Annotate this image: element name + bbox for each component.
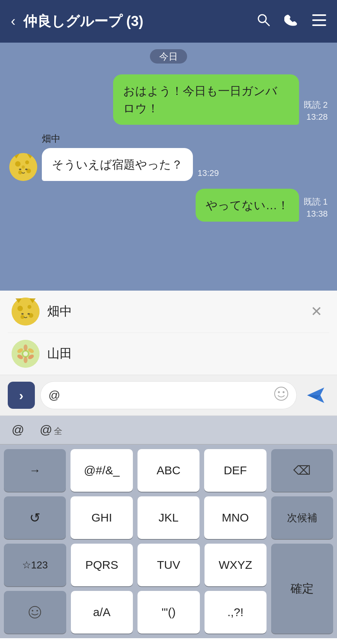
table-row: 既読 113:38 やってない…！	[9, 189, 328, 222]
svg-point-17	[28, 305, 31, 309]
key-arrow[interactable]: →	[4, 449, 66, 492]
svg-point-10	[22, 165, 25, 169]
user-name: 山田	[47, 345, 72, 362]
svg-point-40	[36, 610, 38, 611]
key-pqrs[interactable]: PQRS	[71, 544, 133, 586]
svg-point-6	[15, 161, 21, 167]
message-meta: 13:29	[198, 167, 219, 179]
expand-button[interactable]: ›	[8, 382, 35, 409]
message-bubble: やってない…！	[196, 189, 299, 222]
header-icons	[256, 13, 326, 30]
svg-point-35	[283, 391, 285, 393]
keyboard-suggestions: @ @ 全	[0, 416, 337, 444]
svg-point-23	[28, 313, 30, 315]
search-icon[interactable]	[256, 13, 270, 30]
key-next-candidate[interactable]: 次候補	[271, 496, 333, 539]
key-wxyz[interactable]: WXYZ	[205, 544, 267, 586]
key-period[interactable]: .,?!	[205, 591, 267, 634]
input-row: ›	[0, 375, 337, 416]
svg-point-19	[21, 315, 24, 319]
message-bubble: そういえば宿題やった？	[42, 148, 193, 181]
key-jkl[interactable]: JKL	[138, 496, 199, 539]
svg-point-14	[25, 169, 28, 170]
message-bubble: おはよう！今日も一日ガンバロウ！	[113, 74, 299, 125]
list-item[interactable]: 山田	[8, 333, 329, 375]
svg-point-33	[275, 387, 288, 400]
avatar	[9, 153, 37, 181]
chat-header: ‹ 仲良しグループ (3)	[0, 0, 337, 43]
key-ghi[interactable]: GHI	[70, 496, 132, 539]
svg-point-7	[25, 160, 29, 164]
date-badge: 今日	[9, 50, 328, 63]
svg-point-9	[18, 170, 22, 174]
svg-rect-4	[312, 24, 326, 26]
key-undo[interactable]: ↺	[4, 496, 66, 539]
emoji-button[interactable]	[274, 386, 289, 404]
message-meta: 既読 213:28	[304, 99, 328, 123]
table-row: そういえば宿題やった？ 13:29	[9, 148, 328, 181]
message-meta: 既読 113:38	[304, 196, 328, 220]
svg-point-15	[12, 298, 40, 325]
list-item[interactable]: 畑中 ✕	[8, 291, 329, 333]
suggestion-item-full[interactable]: @	[40, 423, 52, 437]
sender-name: 畑中	[42, 133, 328, 145]
keyboard: @ @ 全 → @#/&_ ABC DEF ⌫ ↺ GHI JKL MNO 次候…	[0, 416, 337, 638]
mention-panel: 畑中 ✕ 山田	[0, 291, 337, 375]
svg-point-39	[32, 610, 33, 611]
svg-line-1	[265, 22, 269, 26]
keyboard-row: ☆123 PQRS TUV WXYZ	[4, 544, 267, 586]
message-input[interactable]	[48, 389, 270, 402]
chat-area: 今日 既読 213:28 おはよう！今日も一日ガンバロウ！ 畑中	[0, 43, 337, 291]
menu-icon[interactable]	[312, 14, 326, 29]
input-field-wrap	[40, 381, 297, 409]
phone-icon[interactable]	[284, 13, 298, 30]
backspace-key[interactable]: ⌫	[271, 449, 333, 492]
user-name: 畑中	[47, 303, 72, 320]
key-emoji[interactable]	[4, 591, 66, 634]
svg-point-22	[21, 313, 24, 315]
back-button[interactable]: ‹	[11, 13, 15, 29]
svg-rect-2	[312, 14, 326, 16]
svg-rect-3	[312, 19, 326, 21]
chevron-right-icon: ›	[19, 388, 23, 403]
key-abc[interactable]: ABC	[138, 449, 199, 492]
key-symbols[interactable]: @#/&_	[70, 449, 132, 492]
keyboard-rows: → @#/&_ ABC DEF ⌫ ↺ GHI JKL MNO 次候補 ☆123…	[0, 444, 337, 638]
key-tuv[interactable]: TUV	[138, 544, 200, 586]
key-symbols123[interactable]: ☆123	[4, 544, 66, 586]
key-def[interactable]: DEF	[204, 449, 266, 492]
svg-point-38	[29, 606, 41, 618]
keyboard-row: ↺ GHI JKL MNO 次候補	[4, 496, 333, 539]
svg-point-13	[19, 169, 21, 170]
key-confirm[interactable]: 確定	[271, 544, 333, 634]
svg-point-34	[278, 391, 280, 393]
send-button[interactable]	[302, 382, 329, 409]
suggestion-item[interactable]: @	[12, 423, 24, 437]
key-punctuation[interactable]: '"()	[138, 591, 200, 634]
svg-point-16	[17, 306, 23, 311]
svg-point-30	[24, 344, 28, 351]
keyboard-row: a/A '"() .,?!	[4, 591, 267, 634]
chat-title: 仲良しグループ (3)	[23, 12, 256, 31]
avatar	[12, 298, 40, 325]
svg-point-32	[23, 351, 28, 356]
key-mno[interactable]: MNO	[204, 496, 266, 539]
svg-point-31	[24, 357, 28, 363]
keyboard-row: → @#/&_ ABC DEF ⌫	[4, 449, 333, 492]
close-button[interactable]: ✕	[308, 300, 325, 323]
avatar	[12, 340, 40, 368]
table-row: 既読 213:28 おはよう！今日も一日ガンバロウ！	[9, 74, 328, 125]
key-a-shift[interactable]: a/A	[71, 591, 133, 634]
